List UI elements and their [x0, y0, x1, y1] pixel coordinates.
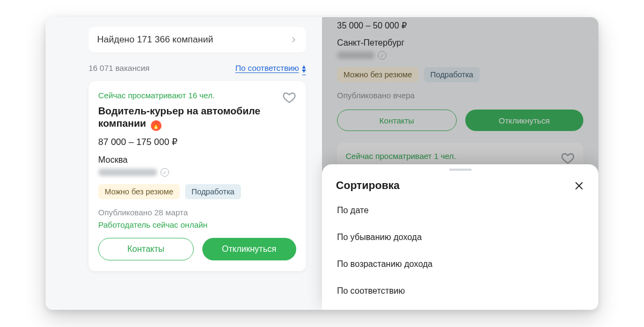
viewers-now: Сейчас просматривают 16 чел.	[98, 91, 215, 100]
sheet-grabber[interactable]	[449, 169, 472, 171]
pane-right: 35 000 – 50 000 ₽ Санкт-Петербург Можно …	[322, 17, 598, 310]
employer-name-blurred	[98, 169, 157, 176]
vacancies-count: 16 071 вакансия	[89, 63, 150, 72]
vacancy-title: Водитель-курьер на автомобиле компании	[98, 105, 260, 129]
hot-icon: 🔥	[151, 120, 162, 131]
results-meta-row: 16 071 вакансия По соответствию ▴▾	[89, 63, 306, 72]
sheet-title: Сортировка	[336, 179, 400, 192]
sort-bottom-sheet: Сортировка По дате По убыванию дохода По…	[322, 164, 598, 310]
published-date: Опубликовано 28 марта	[98, 208, 296, 217]
contacts-button[interactable]: Контакты	[98, 238, 194, 260]
tag-no-resume: Можно без резюме	[98, 184, 180, 199]
sort-option-relevance[interactable]: По соответствию	[336, 278, 584, 304]
chevron-right-icon	[290, 36, 297, 43]
pane-left: Найдено 171 366 компаний 16 071 вакансия…	[46, 17, 322, 310]
favorite-button[interactable]	[282, 91, 296, 105]
sort-option-salary-asc[interactable]: По возрастанию дохода	[336, 251, 584, 278]
tag-parttime: Подработка	[185, 184, 241, 199]
companies-found-label: Найдено 171 366 компаний	[97, 34, 213, 45]
vacancy-card[interactable]: Сейчас просматривают 16 чел. Водитель-ку…	[89, 81, 306, 271]
close-button[interactable]	[574, 180, 584, 191]
sort-option-date[interactable]: По дате	[336, 197, 584, 224]
apply-button[interactable]: Откликнуться	[202, 238, 297, 260]
employer-row	[98, 168, 296, 177]
verified-icon	[160, 168, 169, 177]
sort-label: По соответствию	[236, 63, 299, 72]
sort-select[interactable]: По соответствию ▴▾	[236, 63, 306, 72]
city: Москва	[98, 155, 296, 165]
salary-range: 87 000 – 175 000 ₽	[98, 136, 296, 148]
sort-arrows-icon: ▴▾	[302, 64, 306, 72]
app-frame: Найдено 171 366 компаний 16 071 вакансия…	[46, 17, 598, 310]
companies-found-bar[interactable]: Найдено 171 366 компаний	[89, 27, 306, 53]
employer-online: Работодатель сейчас онлайн	[98, 220, 296, 229]
sort-option-salary-desc[interactable]: По убыванию дохода	[336, 224, 584, 251]
